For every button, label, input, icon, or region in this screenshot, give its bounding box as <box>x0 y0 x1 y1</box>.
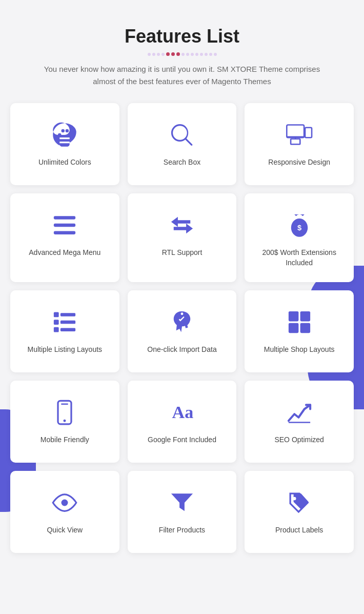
svg-rect-21 <box>289 311 299 322</box>
menu-icon <box>51 212 78 239</box>
svg-rect-11 <box>54 231 75 234</box>
svg-text:$: $ <box>297 224 301 232</box>
svg-point-20 <box>181 313 184 315</box>
svg-rect-14 <box>54 312 59 318</box>
feature-label-search-box: Search Box <box>164 157 200 168</box>
feature-label-filter-products: Filter Products <box>159 525 205 536</box>
features-header: Features List You never know how amazing… <box>10 26 354 88</box>
feature-card-one-click-import: One-click Import Data <box>128 290 237 372</box>
dot <box>191 53 194 56</box>
svg-rect-5 <box>305 128 312 138</box>
feature-label-seo-optimized: SEO Optimized <box>274 435 323 445</box>
feature-card-unlimited-colors: Unlimited Colors <box>10 103 119 185</box>
dot <box>152 53 155 56</box>
dot-active <box>166 52 170 56</box>
feature-label-quick-view: Quick View <box>47 525 83 536</box>
svg-point-0 <box>58 133 62 137</box>
mobile-icon <box>51 399 78 426</box>
responsive-icon <box>286 122 313 148</box>
svg-rect-4 <box>287 125 304 138</box>
svg-rect-15 <box>60 313 75 316</box>
header-dots <box>10 52 354 56</box>
seo-icon <box>286 399 313 426</box>
svg-rect-6 <box>291 139 300 144</box>
dot <box>157 53 160 56</box>
feature-label-one-click-import: One-click Import Data <box>147 345 216 355</box>
feature-card-search-box: Search Box <box>128 103 237 185</box>
dot <box>161 53 165 56</box>
feature-card-filter-products: Filter Products <box>128 471 237 553</box>
svg-text:Aa: Aa <box>172 403 193 422</box>
dot-active <box>176 52 180 56</box>
feature-card-rtl-support: RTL Support <box>128 193 237 282</box>
feature-card-multiple-listing: Multiple Listing Layouts <box>10 290 119 372</box>
feature-card-product-labels: Product Labels <box>245 471 354 553</box>
dot <box>205 53 208 56</box>
money-bag-icon: $ <box>286 212 313 239</box>
svg-point-26 <box>64 420 66 422</box>
svg-point-31 <box>293 497 296 501</box>
feature-label-advanced-mega-menu: Advanced Mega Menu <box>29 248 100 258</box>
header-description: You never know how amazing it is until y… <box>33 63 331 88</box>
feature-label-extensions: 200$ Worth Extensions Included <box>255 248 343 268</box>
svg-rect-16 <box>54 320 59 325</box>
svg-rect-17 <box>60 321 75 324</box>
feature-label-google-font: Google Font Included <box>148 435 216 445</box>
dot <box>209 53 212 56</box>
dot <box>214 53 217 56</box>
palette-icon <box>51 122 78 148</box>
feature-card-seo-optimized: SEO Optimized <box>245 381 354 463</box>
feature-card-extensions: $ 200$ Worth Extensions Included <box>245 193 354 282</box>
svg-point-1 <box>62 129 65 133</box>
feature-label-multiple-listing: Multiple Listing Layouts <box>28 345 103 355</box>
feature-card-google-font: Aa Google Font Included <box>128 381 237 463</box>
svg-rect-9 <box>54 216 75 220</box>
svg-rect-23 <box>289 323 299 333</box>
feature-label-multiple-shop: Multiple Shop Layouts <box>264 345 335 355</box>
dot-active <box>171 52 175 56</box>
feature-card-responsive-design: Responsive Design <box>245 103 354 185</box>
dot <box>181 53 185 56</box>
eye-icon <box>51 489 78 516</box>
dot <box>200 53 203 56</box>
feature-card-multiple-shop: Multiple Shop Layouts <box>245 290 354 372</box>
dot <box>186 53 189 56</box>
svg-rect-18 <box>54 327 59 332</box>
font-icon: Aa <box>169 399 195 426</box>
shop-icon <box>286 309 313 335</box>
dot <box>148 53 151 56</box>
feature-label-responsive-design: Responsive Design <box>268 157 330 168</box>
rtl-icon <box>169 212 195 239</box>
svg-rect-10 <box>54 224 75 227</box>
svg-point-3 <box>69 132 72 136</box>
dot <box>195 53 198 56</box>
page-wrapper: Features List You never know how amazing… <box>0 0 364 584</box>
svg-point-30 <box>62 500 68 506</box>
feature-label-mobile-friendly: Mobile Friendly <box>41 435 89 445</box>
feature-card-mobile-friendly: Mobile Friendly <box>10 381 119 463</box>
svg-point-2 <box>66 129 69 133</box>
label-icon <box>286 489 313 516</box>
feature-card-advanced-mega-menu: Advanced Mega Menu <box>10 193 119 282</box>
listing-icon <box>51 309 78 335</box>
click-icon <box>169 309 195 335</box>
feature-card-quick-view: Quick View <box>10 471 119 553</box>
features-grid: Unlimited Colors Search Box Responsive D… <box>10 103 354 553</box>
filter-icon <box>169 489 195 516</box>
svg-rect-19 <box>60 328 75 332</box>
search-icon <box>169 122 195 148</box>
page-title: Features List <box>10 26 354 47</box>
feature-label-unlimited-colors: Unlimited Colors <box>38 157 91 168</box>
feature-label-product-labels: Product Labels <box>275 525 323 536</box>
svg-rect-24 <box>300 323 310 333</box>
feature-label-rtl-support: RTL Support <box>162 248 203 258</box>
svg-rect-22 <box>300 311 310 322</box>
